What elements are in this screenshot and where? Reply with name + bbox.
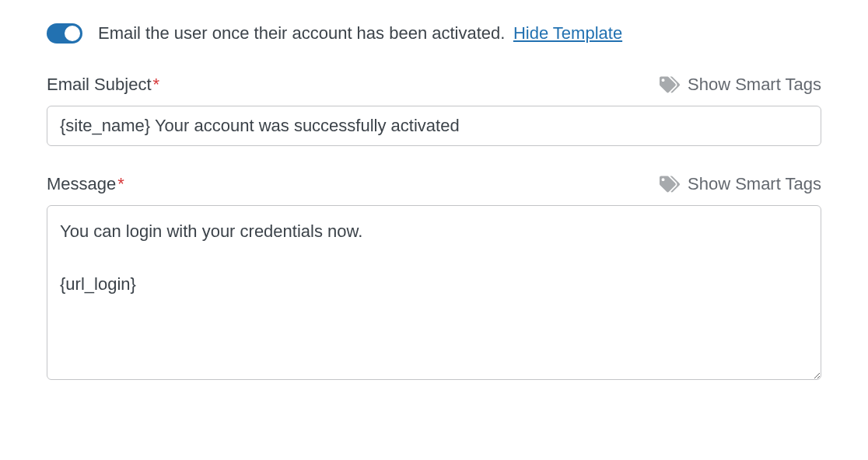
message-label-text: Message — [47, 174, 116, 193]
toggle-knob — [65, 26, 80, 41]
subject-smart-tags-link[interactable]: Show Smart Tags — [660, 75, 821, 95]
message-textarea[interactable] — [47, 205, 821, 380]
message-smart-tags-label: Show Smart Tags — [688, 174, 821, 194]
subject-smart-tags-label: Show Smart Tags — [688, 75, 821, 95]
hide-template-link[interactable]: Hide Template — [513, 23, 622, 43]
required-asterisk: * — [153, 75, 160, 94]
tags-icon — [660, 75, 680, 95]
message-smart-tags-link[interactable]: Show Smart Tags — [660, 174, 821, 194]
email-activation-toggle[interactable] — [47, 23, 82, 44]
tags-icon — [660, 174, 680, 194]
subject-label-text: Email Subject — [47, 75, 152, 94]
toggle-label: Email the user once their account has be… — [98, 23, 505, 43]
required-asterisk: * — [117, 174, 124, 193]
email-subject-input[interactable] — [47, 106, 821, 146]
subject-label: Email Subject* — [47, 75, 159, 95]
message-label: Message* — [47, 174, 124, 194]
